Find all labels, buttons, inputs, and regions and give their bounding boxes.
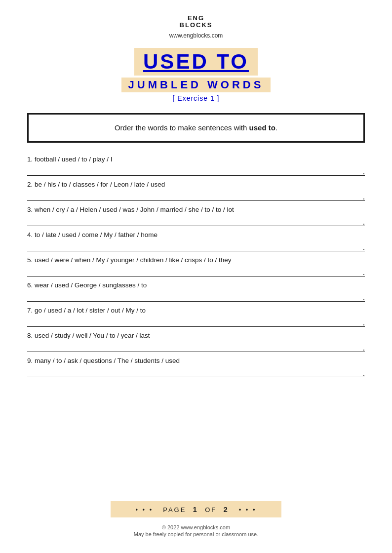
question-text: 3. when / cry / a / Helen / used / was /… — [27, 206, 365, 213]
question-text: 9. many / to / ask / questions / The / s… — [27, 357, 365, 364]
instruction-box: Order the words to make sentences with u… — [27, 113, 365, 143]
dots-right: • • • — [239, 506, 257, 514]
page-indicator: • • • PAGE 1 OF 2 • • • — [111, 501, 281, 517]
answer-line[interactable] — [27, 343, 365, 352]
question-item: 2. be / his / to / classes / for / Leon … — [27, 181, 365, 201]
total-pages: 2 — [223, 505, 229, 514]
question-text: 7. go / used / a / lot / sister / out / … — [27, 307, 365, 314]
of-label: OF — [205, 506, 217, 514]
question-item: 8. used / study / well / You / to / year… — [27, 332, 365, 352]
copyright: © 2022 www.engblocks.com — [162, 524, 230, 530]
logo-line1: ENG — [188, 15, 204, 22]
answer-line[interactable] — [27, 192, 365, 201]
question-text: 1. football / used / to / play / I — [27, 156, 365, 163]
logo: ENG BLOCKS — [180, 15, 213, 29]
answer-line[interactable] — [27, 268, 365, 276]
question-item: 4. to / late / used / come / My / father… — [27, 231, 365, 251]
sub-title: JUMBLED WORDS — [121, 78, 271, 92]
question-item: 3. when / cry / a / Helen / used / was /… — [27, 206, 365, 226]
question-item: 1. football / used / to / play / I — [27, 156, 365, 176]
title-section: USED TO JUMBLED WORDS [ Exercise 1 ] — [121, 48, 271, 102]
answer-line[interactable] — [27, 318, 365, 327]
answer-line[interactable] — [27, 368, 365, 377]
answer-line[interactable] — [27, 217, 365, 226]
question-text: 4. to / late / used / come / My / father… — [27, 231, 365, 238]
page-label: PAGE — [163, 506, 186, 514]
footer: © 2022 www.engblocks.com May be freely c… — [134, 524, 259, 538]
question-item: 7. go / used / a / lot / sister / out / … — [27, 307, 365, 327]
instruction-before: Order the words to make sentences with — [115, 123, 249, 132]
instruction-text: Order the words to make sentences with u… — [115, 123, 277, 132]
header: ENG BLOCKS www.engblocks.com — [169, 15, 223, 39]
pagination: • • • PAGE 1 OF 2 • • • © 2022 www.engbl… — [27, 486, 365, 538]
question-text: 2. be / his / to / classes / for / Leon … — [27, 181, 365, 188]
current-page: 1 — [193, 505, 198, 514]
answer-line[interactable] — [27, 167, 365, 176]
dots-left: • • • — [135, 506, 153, 514]
instruction-keyword: used to — [249, 123, 275, 132]
answer-line[interactable] — [27, 293, 365, 302]
question-item: 5. used / were / when / My / younger / c… — [27, 256, 365, 276]
question-text: 6. wear / used / George / sunglasses / t… — [27, 281, 365, 289]
instruction-after: . — [275, 123, 277, 132]
answer-line[interactable] — [27, 242, 365, 251]
question-text: 5. used / were / when / My / younger / c… — [27, 256, 365, 264]
exercise-label: [ Exercise 1 ] — [173, 94, 220, 102]
question-item: 6. wear / used / George / sunglasses / t… — [27, 281, 365, 302]
question-item: 9. many / to / ask / questions / The / s… — [27, 357, 365, 377]
license: May be freely copied for personal or cla… — [134, 531, 259, 537]
question-text: 8. used / study / well / You / to / year… — [27, 332, 365, 339]
website-url: www.engblocks.com — [169, 32, 223, 39]
logo-line2: BLOCKS — [180, 22, 213, 29]
main-title: USED TO — [134, 48, 258, 76]
questions-list: 1. football / used / to / play / I2. be … — [27, 156, 365, 382]
